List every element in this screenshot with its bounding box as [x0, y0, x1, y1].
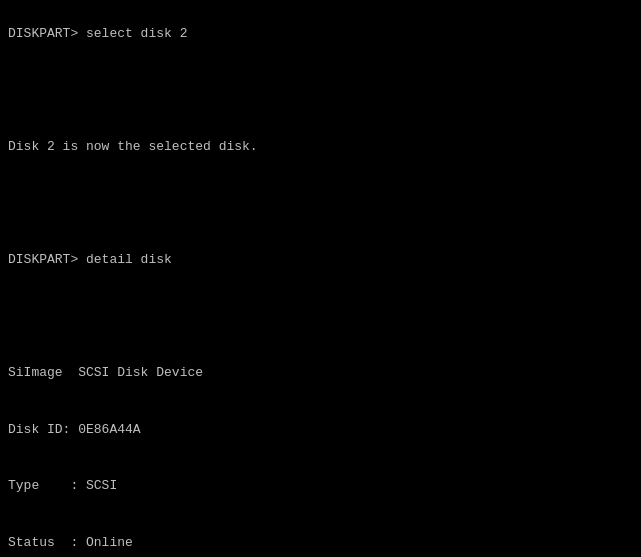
blank2 [8, 195, 16, 210]
out1-line: Disk 2 is now the selected disk. [8, 139, 258, 154]
blank3 [8, 309, 16, 324]
status-line: Status : Online [8, 535, 133, 550]
cmd1-line: DISKPART> select disk 2 [8, 26, 187, 41]
dev-line: SiImage SCSI Disk Device [8, 365, 203, 380]
terminal-window: DISKPART> select disk 2 Disk 2 is now th… [8, 6, 633, 557]
type-line: Type : SCSI [8, 478, 117, 493]
diskid-line: Disk ID: 0E86A44A [8, 422, 141, 437]
cmd2-line: DISKPART> detail disk [8, 252, 172, 267]
blank1 [8, 82, 16, 97]
